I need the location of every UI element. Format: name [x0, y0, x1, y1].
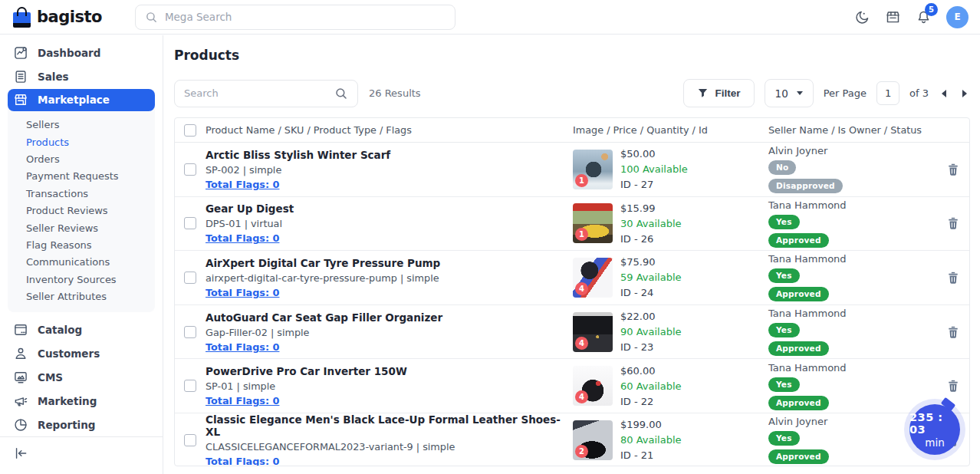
sidebar-item-sales[interactable]: Sales: [0, 65, 163, 89]
product-image: 2: [573, 420, 613, 460]
per-page-select[interactable]: 10: [765, 79, 814, 107]
trash-icon[interactable]: [948, 217, 959, 229]
collapse-sidebar-icon[interactable]: [13, 446, 28, 461]
sidebar-subitem[interactable]: Seller Reviews: [8, 219, 155, 236]
sidebar-footer: [0, 436, 163, 474]
next-page-button[interactable]: [959, 87, 970, 100]
sidebar-subitem[interactable]: Sellers: [8, 117, 155, 133]
sidebar-subitem[interactable]: Product Reviews: [8, 202, 155, 219]
product-name: Classic Elegance Men's Black Lace-Up For…: [206, 413, 573, 438]
flag-count-badge: 1: [575, 174, 588, 187]
dark-mode-icon[interactable]: [854, 9, 870, 25]
sidebar-item-label: Dashboard: [38, 47, 100, 59]
is-owner-badge: Yes: [768, 431, 800, 446]
trash-icon[interactable]: [948, 380, 959, 392]
row-checkbox[interactable]: [184, 272, 196, 284]
grid-search-box[interactable]: [174, 80, 358, 107]
status-badge: Approved: [768, 396, 829, 410]
product-sku-type: airxpert-digital-car-tyre-pressure-pump …: [206, 272, 573, 284]
filter-button[interactable]: Filter: [683, 79, 755, 107]
sidebar-item-marketplace[interactable]: Marketplace: [8, 89, 155, 111]
table-row: Classic Elegance Men's Black Lace-Up For…: [175, 413, 969, 466]
is-owner-badge: Yes: [768, 377, 800, 392]
sidebar-item-marketing[interactable]: Marketing: [0, 389, 163, 413]
product-image: 4: [573, 258, 613, 298]
session-timer-widget[interactable]: 235 : 03 min: [909, 404, 960, 455]
notifications-bell-icon[interactable]: 5: [916, 9, 932, 25]
total-flags-link[interactable]: Total Flags: 0: [206, 395, 279, 407]
trash-icon[interactable]: [948, 163, 959, 176]
product-price: $60.00: [620, 365, 682, 377]
bagisto-logo[interactable]: bagisto: [12, 7, 102, 28]
is-owner-badge: Yes: [768, 215, 800, 229]
row-checkbox[interactable]: [184, 163, 196, 176]
product-id: ID - 22: [620, 396, 682, 407]
total-flags-link[interactable]: Total Flags: 0: [206, 232, 279, 244]
sidebar-item-dashboard[interactable]: Dashboard: [0, 41, 163, 65]
trash-icon[interactable]: [948, 326, 959, 338]
product-quantity: 100 Available: [620, 163, 688, 175]
sidebar-item-label: CMS: [38, 371, 63, 383]
product-name: AutoGuard Car Seat Gap Filler Organizer: [206, 311, 573, 324]
product-image: 1: [573, 150, 613, 189]
person-icon: [13, 346, 28, 361]
sidebar-subitem[interactable]: Inventory Sources: [8, 271, 155, 288]
product-sku-type: DPS-01 | virtual: [206, 218, 573, 229]
seller-name: Alvin Joyner: [768, 416, 827, 427]
row-checkbox[interactable]: [184, 217, 196, 229]
sidebar-item-reporting[interactable]: Reporting: [0, 413, 163, 436]
column-header-product: Product Name / SKU / Product Type / Flag…: [206, 124, 573, 136]
pie-chart-icon: [13, 417, 28, 433]
row-checkbox[interactable]: [184, 434, 196, 446]
catalog-icon: [13, 322, 28, 337]
table-row: AirXpert Digital Car Tyre Pressure Pump …: [175, 251, 969, 305]
megaphone-icon: [13, 393, 28, 409]
select-all-checkbox[interactable]: [184, 124, 196, 137]
status-badge: Approved: [768, 449, 829, 464]
chevron-down-icon: [797, 91, 803, 95]
grid-search-input[interactable]: [184, 87, 328, 99]
previous-page-button[interactable]: [939, 87, 949, 100]
sidebar-subitem[interactable]: Seller Attributes: [8, 288, 155, 305]
sidebar-subitem[interactable]: Transactions: [8, 185, 155, 202]
sidebar-item-customers[interactable]: Customers: [0, 342, 163, 366]
product-id: ID - 26: [620, 233, 682, 245]
is-owner-badge: Yes: [768, 268, 800, 283]
sidebar-subitem[interactable]: Communications: [8, 254, 155, 271]
is-owner-badge: Yes: [768, 323, 800, 337]
mega-search-box[interactable]: [135, 5, 455, 30]
seller-name: Tana Hammond: [768, 253, 847, 265]
product-image: 4: [573, 366, 613, 406]
per-page-label: Per Page: [824, 87, 867, 99]
page-number-input[interactable]: [876, 81, 899, 105]
product-quantity: 80 Available: [620, 434, 682, 446]
table-header-row: Product Name / SKU / Product Type / Flag…: [175, 118, 969, 143]
trash-icon[interactable]: [948, 272, 959, 284]
mega-search-input[interactable]: [165, 11, 446, 23]
total-flags-link[interactable]: Total Flags: 0: [206, 287, 279, 298]
table-row: AutoGuard Car Seat Gap Filler Organizer …: [175, 305, 969, 360]
sidebar-item-label: Reporting: [38, 419, 96, 431]
total-flags-link[interactable]: Total Flags: 0: [206, 456, 279, 466]
product-id: ID - 23: [620, 341, 682, 353]
sidebar-subitem[interactable]: Orders: [8, 150, 155, 167]
sidebar-subitem[interactable]: Payment Requests: [8, 168, 155, 185]
sidebar-item-cms[interactable]: CMS: [0, 366, 163, 390]
results-count: 26 Results: [369, 87, 421, 99]
status-badge: Approved: [768, 287, 829, 301]
product-id: ID - 24: [620, 287, 682, 298]
product-sku-type: CLASSICELEGANCEFORMAL2023-variant-9 | si…: [206, 441, 573, 453]
total-flags-link[interactable]: Total Flags: 0: [206, 341, 279, 353]
user-avatar[interactable]: E: [946, 6, 968, 28]
product-price: $199.00: [620, 419, 682, 430]
sidebar-subitem[interactable]: Flag Reasons: [8, 236, 155, 253]
row-checkbox[interactable]: [184, 380, 196, 392]
status-badge: Disapproved: [768, 179, 843, 193]
sidebar-subitem[interactable]: Products: [8, 133, 155, 150]
total-flags-link[interactable]: Total Flags: 0: [206, 179, 279, 190]
row-checkbox[interactable]: [184, 326, 196, 338]
storefront-icon[interactable]: [885, 9, 901, 25]
monitor-icon: [13, 370, 28, 385]
column-header-image-price: Image / Price / Quantity / Id: [573, 124, 768, 136]
sidebar-item-catalog[interactable]: Catalog: [0, 318, 163, 342]
